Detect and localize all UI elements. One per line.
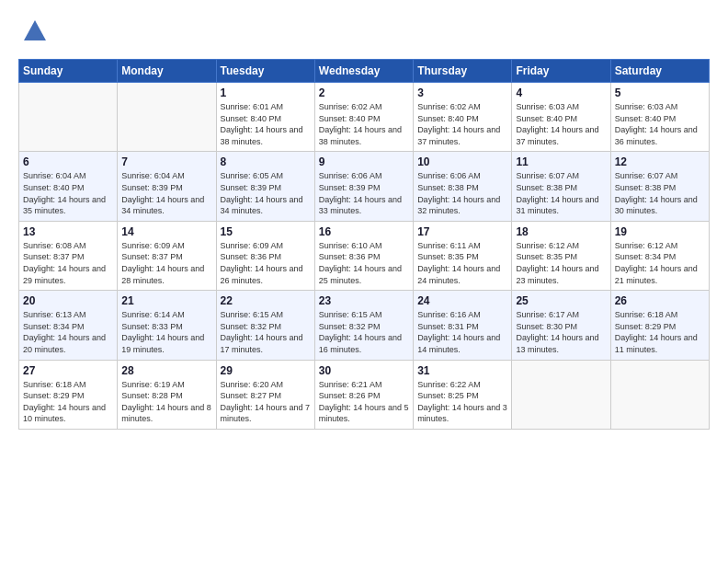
day-info: Sunrise: 6:04 AMSunset: 8:39 PMDaylight:… [121,170,211,216]
day-info: Sunrise: 6:08 AMSunset: 8:37 PMDaylight:… [23,240,113,286]
calendar-cell: 17Sunrise: 6:11 AMSunset: 8:35 PMDayligh… [414,221,512,290]
calendar-cell: 31Sunrise: 6:22 AMSunset: 8:25 PMDayligh… [414,360,512,429]
calendar-cell: 7Sunrise: 6:04 AMSunset: 8:39 PMDaylight… [118,152,216,221]
day-info: Sunrise: 6:07 AMSunset: 8:38 PMDaylight:… [516,170,606,216]
calendar-cell: 19Sunrise: 6:12 AMSunset: 8:34 PMDayligh… [610,221,709,290]
calendar-cell: 13Sunrise: 6:08 AMSunset: 8:37 PMDayligh… [19,221,118,290]
day-info: Sunrise: 6:19 AMSunset: 8:28 PMDaylight:… [121,379,211,425]
day-info: Sunrise: 6:04 AMSunset: 8:40 PMDaylight:… [23,170,113,216]
day-number: 23 [319,294,409,307]
page-header [18,18,710,44]
day-info: Sunrise: 6:03 AMSunset: 8:40 PMDaylight:… [615,101,705,147]
calendar-cell: 2Sunrise: 6:02 AMSunset: 8:40 PMDaylight… [314,83,413,152]
day-number: 18 [516,225,606,238]
calendar-cell: 26Sunrise: 6:18 AMSunset: 8:29 PMDayligh… [610,291,709,360]
svg-marker-0 [24,20,46,40]
calendar-cell: 29Sunrise: 6:20 AMSunset: 8:27 PMDayligh… [216,360,314,429]
calendar-cell [610,360,709,429]
day-number: 19 [615,225,705,238]
calendar-cell: 1Sunrise: 6:01 AMSunset: 8:40 PMDaylight… [216,83,314,152]
weekday-header-monday: Monday [118,60,216,83]
day-number: 1 [221,86,311,99]
calendar-header: SundayMondayTuesdayWednesdayThursdayFrid… [19,60,710,83]
logo-icon [22,18,48,44]
calendar-cell: 18Sunrise: 6:12 AMSunset: 8:35 PMDayligh… [512,221,610,290]
calendar-cell: 28Sunrise: 6:19 AMSunset: 8:28 PMDayligh… [118,360,216,429]
calendar-cell: 9Sunrise: 6:06 AMSunset: 8:39 PMDaylight… [314,152,413,221]
day-info: Sunrise: 6:12 AMSunset: 8:34 PMDaylight:… [615,240,705,286]
day-info: Sunrise: 6:10 AMSunset: 8:36 PMDaylight:… [319,240,409,286]
day-number: 7 [121,155,211,168]
day-number: 17 [417,225,507,238]
day-info: Sunrise: 6:11 AMSunset: 8:35 PMDaylight:… [417,240,507,286]
day-number: 29 [221,364,311,377]
day-info: Sunrise: 6:20 AMSunset: 8:27 PMDaylight:… [221,379,311,425]
weekday-header-thursday: Thursday [414,60,512,83]
day-info: Sunrise: 6:21 AMSunset: 8:26 PMDaylight:… [319,379,409,425]
day-info: Sunrise: 6:16 AMSunset: 8:31 PMDaylight:… [417,309,507,355]
day-info: Sunrise: 6:01 AMSunset: 8:40 PMDaylight:… [221,101,311,147]
day-info: Sunrise: 6:13 AMSunset: 8:34 PMDaylight:… [23,309,113,355]
calendar-cell: 3Sunrise: 6:02 AMSunset: 8:40 PMDaylight… [414,83,512,152]
day-number: 6 [23,155,113,168]
calendar-cell: 14Sunrise: 6:09 AMSunset: 8:37 PMDayligh… [118,221,216,290]
day-number: 10 [417,155,507,168]
calendar-cell: 11Sunrise: 6:07 AMSunset: 8:38 PMDayligh… [512,152,610,221]
calendar-cell: 12Sunrise: 6:07 AMSunset: 8:38 PMDayligh… [610,152,709,221]
day-number: 9 [319,155,409,168]
day-number: 8 [221,155,311,168]
calendar-table: SundayMondayTuesdayWednesdayThursdayFrid… [18,59,710,430]
day-info: Sunrise: 6:12 AMSunset: 8:35 PMDaylight:… [516,240,606,286]
calendar-cell: 23Sunrise: 6:15 AMSunset: 8:32 PMDayligh… [314,291,413,360]
calendar-cell: 20Sunrise: 6:13 AMSunset: 8:34 PMDayligh… [19,291,118,360]
weekday-header-friday: Friday [512,60,610,83]
day-number: 25 [516,294,606,307]
calendar-week-2: 6Sunrise: 6:04 AMSunset: 8:40 PMDaylight… [19,152,710,221]
day-number: 4 [516,86,606,99]
day-number: 15 [221,225,311,238]
day-info: Sunrise: 6:03 AMSunset: 8:40 PMDaylight:… [516,101,606,147]
calendar-cell [118,83,216,152]
day-number: 30 [319,364,409,377]
day-number: 16 [319,225,409,238]
day-number: 5 [615,86,705,99]
logo [18,18,48,44]
day-number: 26 [615,294,705,307]
calendar-week-4: 20Sunrise: 6:13 AMSunset: 8:34 PMDayligh… [19,291,710,360]
day-number: 2 [319,86,409,99]
day-number: 3 [417,86,507,99]
calendar-cell: 27Sunrise: 6:18 AMSunset: 8:29 PMDayligh… [19,360,118,429]
calendar-cell: 6Sunrise: 6:04 AMSunset: 8:40 PMDaylight… [19,152,118,221]
calendar-cell: 30Sunrise: 6:21 AMSunset: 8:26 PMDayligh… [314,360,413,429]
day-info: Sunrise: 6:09 AMSunset: 8:37 PMDaylight:… [121,240,211,286]
calendar-cell: 25Sunrise: 6:17 AMSunset: 8:30 PMDayligh… [512,291,610,360]
calendar-week-1: 1Sunrise: 6:01 AMSunset: 8:40 PMDaylight… [19,83,710,152]
weekday-header-saturday: Saturday [610,60,709,83]
day-info: Sunrise: 6:02 AMSunset: 8:40 PMDaylight:… [417,101,507,147]
weekday-header-wednesday: Wednesday [314,60,413,83]
calendar-cell: 8Sunrise: 6:05 AMSunset: 8:39 PMDaylight… [216,152,314,221]
day-info: Sunrise: 6:09 AMSunset: 8:36 PMDaylight:… [221,240,311,286]
weekday-header-row: SundayMondayTuesdayWednesdayThursdayFrid… [19,60,710,83]
calendar-week-5: 27Sunrise: 6:18 AMSunset: 8:29 PMDayligh… [19,360,710,429]
calendar-cell: 10Sunrise: 6:06 AMSunset: 8:38 PMDayligh… [414,152,512,221]
day-number: 31 [417,364,507,377]
calendar-cell [512,360,610,429]
calendar-cell: 15Sunrise: 6:09 AMSunset: 8:36 PMDayligh… [216,221,314,290]
calendar-cell [19,83,118,152]
day-info: Sunrise: 6:05 AMSunset: 8:39 PMDaylight:… [221,170,311,216]
day-number: 28 [121,364,211,377]
day-info: Sunrise: 6:18 AMSunset: 8:29 PMDaylight:… [615,309,705,355]
day-info: Sunrise: 6:07 AMSunset: 8:38 PMDaylight:… [615,170,705,216]
day-info: Sunrise: 6:06 AMSunset: 8:39 PMDaylight:… [319,170,409,216]
day-number: 13 [23,225,113,238]
day-info: Sunrise: 6:15 AMSunset: 8:32 PMDaylight:… [319,309,409,355]
calendar-body: 1Sunrise: 6:01 AMSunset: 8:40 PMDaylight… [19,83,710,430]
day-number: 24 [417,294,507,307]
day-number: 21 [121,294,211,307]
weekday-header-sunday: Sunday [19,60,118,83]
day-number: 12 [615,155,705,168]
day-info: Sunrise: 6:14 AMSunset: 8:33 PMDaylight:… [121,309,211,355]
calendar-cell: 22Sunrise: 6:15 AMSunset: 8:32 PMDayligh… [216,291,314,360]
calendar-cell: 24Sunrise: 6:16 AMSunset: 8:31 PMDayligh… [414,291,512,360]
